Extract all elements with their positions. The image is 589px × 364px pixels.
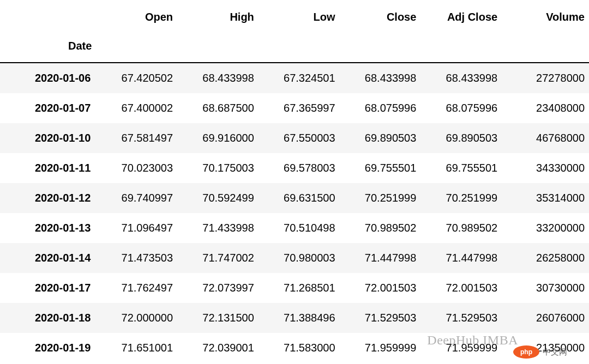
index-label: Date (0, 30, 96, 63)
cell-value: 70.251999 (420, 183, 502, 213)
col-header-volume: Volume (502, 4, 589, 30)
cell-value: 71.529503 (420, 303, 502, 333)
cell-value: 71.388496 (259, 303, 340, 333)
col-header-close: Close (340, 4, 421, 30)
row-index-date: 2020-01-19 (0, 333, 96, 363)
cell-value: 69.755501 (340, 153, 421, 183)
price-table: Open High Low Close Adj Close Volume Dat… (0, 4, 589, 363)
cell-value: 30730000 (502, 273, 589, 303)
col-header-adjclose: Adj Close (420, 4, 502, 30)
cell-value: 71.473503 (96, 243, 177, 273)
cell-value: 71.268501 (259, 273, 340, 303)
row-index-date: 2020-01-18 (0, 303, 96, 333)
watermark-text: 中文网 (543, 347, 567, 357)
cell-value: 67.365997 (259, 93, 340, 123)
cell-value: 70.980003 (259, 243, 340, 273)
cell-value: 69.755501 (420, 153, 502, 183)
cell-value: 68.433998 (177, 63, 259, 93)
cell-value: 68.433998 (340, 63, 421, 93)
cell-value: 71.447998 (420, 243, 502, 273)
cell-value: 27278000 (502, 63, 589, 93)
cell-value: 71.959999 (420, 333, 502, 363)
cell-value: 34330000 (502, 153, 589, 183)
cell-value: 33200000 (502, 213, 589, 243)
cell-value: 71.529503 (340, 303, 421, 333)
cell-value: 72.001503 (340, 273, 421, 303)
table-row: 2020-01-1371.09649771.43399870.51049870.… (0, 213, 589, 243)
column-header-row: Open High Low Close Adj Close Volume (0, 4, 589, 30)
cell-value: 70.592499 (177, 183, 259, 213)
row-index-date: 2020-01-14 (0, 243, 96, 273)
index-label-row: Date (0, 30, 589, 63)
cell-value: 71.762497 (96, 273, 177, 303)
cell-value: 71.447998 (340, 243, 421, 273)
table-row: 2020-01-1067.58149769.91600067.55000369.… (0, 123, 589, 153)
col-header-open: Open (96, 4, 177, 30)
table-row: 2020-01-1771.76249772.07399771.26850172.… (0, 273, 589, 303)
cell-value: 26258000 (502, 243, 589, 273)
cell-value: 68.433998 (420, 63, 502, 93)
row-index-date: 2020-01-11 (0, 153, 96, 183)
table-row: 2020-01-0767.40000268.68750067.36599768.… (0, 93, 589, 123)
cell-value: 69.578003 (259, 153, 340, 183)
cell-value: 70.510498 (259, 213, 340, 243)
cell-value: 35314000 (502, 183, 589, 213)
table-row: 2020-01-1471.47350371.74700270.98000371.… (0, 243, 589, 273)
row-index-date: 2020-01-07 (0, 93, 96, 123)
cell-value: 67.420502 (96, 63, 177, 93)
cell-value: 72.131500 (177, 303, 259, 333)
table-row: 2020-01-0667.42050268.43399867.32450168.… (0, 63, 589, 93)
cell-value: 68.687500 (177, 93, 259, 123)
cell-value: 67.550003 (259, 123, 340, 153)
table-row: 2020-01-1170.02300370.17500369.57800369.… (0, 153, 589, 183)
header-blank (0, 4, 96, 30)
table-head: Open High Low Close Adj Close Volume Dat… (0, 4, 589, 63)
cell-value: 72.000000 (96, 303, 177, 333)
cell-value: 67.581497 (96, 123, 177, 153)
cell-value: 71.583000 (259, 333, 340, 363)
data-table-wrap: Open High Low Close Adj Close Volume Dat… (0, 0, 589, 363)
cell-value: 71.959999 (340, 333, 421, 363)
cell-value: 69.890503 (340, 123, 421, 153)
row-index-date: 2020-01-06 (0, 63, 96, 93)
cell-value: 69.740997 (96, 183, 177, 213)
col-header-high: High (177, 4, 259, 30)
cell-value: 70.175003 (177, 153, 259, 183)
watermark: php 中文网 (513, 345, 567, 359)
cell-value: 69.631500 (259, 183, 340, 213)
cell-value: 67.400002 (96, 93, 177, 123)
table-row: 2020-01-1269.74099770.59249969.63150070.… (0, 183, 589, 213)
row-index-date: 2020-01-17 (0, 273, 96, 303)
cell-value: 70.023003 (96, 153, 177, 183)
col-header-low: Low (259, 4, 340, 30)
cell-value: 23408000 (502, 93, 589, 123)
table-body: 2020-01-0667.42050268.43399867.32450168.… (0, 63, 589, 363)
cell-value: 46768000 (502, 123, 589, 153)
cell-value: 71.433998 (177, 213, 259, 243)
cell-value: 72.039001 (177, 333, 259, 363)
cell-value: 67.324501 (259, 63, 340, 93)
cell-value: 71.747002 (177, 243, 259, 273)
cell-value: 70.989502 (420, 213, 502, 243)
php-badge-icon: php (513, 345, 539, 359)
cell-value: 72.001503 (420, 273, 502, 303)
cell-value: 69.916000 (177, 123, 259, 153)
cell-value: 68.075996 (340, 93, 421, 123)
table-row: 2020-01-1971.65100172.03900171.58300071.… (0, 333, 589, 363)
cell-value: 70.989502 (340, 213, 421, 243)
row-index-date: 2020-01-10 (0, 123, 96, 153)
row-index-date: 2020-01-12 (0, 183, 96, 213)
cell-value: 69.890503 (420, 123, 502, 153)
cell-value: 71.651001 (96, 333, 177, 363)
cell-value: 70.251999 (340, 183, 421, 213)
table-row: 2020-01-1872.00000072.13150071.38849671.… (0, 303, 589, 333)
cell-value: 68.075996 (420, 93, 502, 123)
cell-value: 71.096497 (96, 213, 177, 243)
row-index-date: 2020-01-13 (0, 213, 96, 243)
cell-value: 26076000 (502, 303, 589, 333)
cell-value: 72.073997 (177, 273, 259, 303)
